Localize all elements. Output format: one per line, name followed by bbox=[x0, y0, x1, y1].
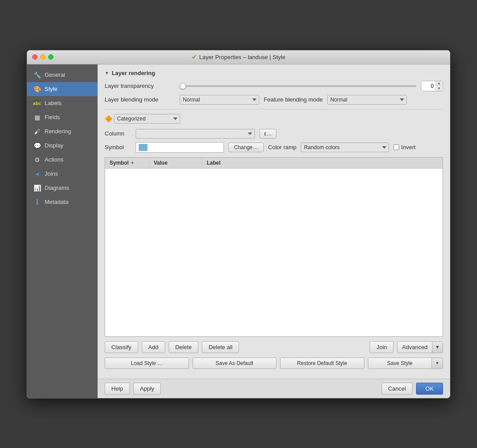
help-button[interactable]: Help bbox=[105, 383, 130, 395]
sidebar-item-style[interactable]: 🎨 Style bbox=[27, 82, 98, 96]
expression-button[interactable]: ε… bbox=[259, 129, 276, 139]
action-buttons: Help Apply Cancel OK bbox=[98, 379, 450, 398]
transparency-spin-up[interactable]: ▲ bbox=[436, 81, 442, 86]
actions-icon: ⚙ bbox=[33, 156, 41, 164]
advanced-button[interactable]: Advanced bbox=[398, 342, 432, 353]
join-button[interactable]: Join bbox=[370, 341, 394, 353]
invert-label: Invert bbox=[401, 144, 416, 151]
change-symbol-button[interactable]: Change… bbox=[228, 143, 264, 152]
maximize-button[interactable] bbox=[48, 54, 53, 60]
color-ramp-label: Color ramp bbox=[268, 144, 296, 151]
fields-icon: ▦ bbox=[33, 113, 41, 121]
action-right: Cancel OK bbox=[382, 383, 443, 395]
symbol-preview bbox=[136, 142, 224, 153]
close-button[interactable] bbox=[32, 54, 38, 60]
layer-blending-select[interactable]: Normal Multiply Screen bbox=[180, 95, 259, 105]
sidebar-item-label: Actions bbox=[45, 156, 64, 163]
general-icon: 🔧 bbox=[33, 71, 41, 79]
symbol-row: Symbol Change… Color ramp Random colors … bbox=[105, 142, 443, 153]
slider-container bbox=[180, 85, 416, 87]
titlebar: ✔ Layer Properties – landuse | Style bbox=[27, 50, 450, 64]
load-style-button[interactable]: Load Style … bbox=[105, 358, 189, 369]
invert-checkbox[interactable] bbox=[394, 144, 399, 150]
sidebar-item-label: Display bbox=[45, 142, 64, 149]
renderer-type-select[interactable]: Categorized Single Symbol Graduated Rule… bbox=[114, 114, 180, 124]
invert-wrap: Invert bbox=[394, 144, 416, 151]
classify-button[interactable]: Classify bbox=[105, 341, 138, 353]
sidebar-item-general[interactable]: 🔧 General bbox=[27, 68, 98, 82]
sidebar-item-rendering[interactable]: 🖌 Rendering bbox=[27, 124, 98, 139]
save-style-dropdown[interactable]: ▼ bbox=[432, 358, 443, 369]
sidebar-item-label: General bbox=[45, 72, 65, 78]
sidebar-item-metadata[interactable]: ℹ Metadata bbox=[27, 195, 98, 209]
window-title: ✔ Layer Properties – landuse | Style bbox=[192, 53, 285, 60]
joins-icon: ◄ bbox=[33, 170, 41, 178]
content-inner: ▼ Layer rendering Layer transparency ▲ ▼ bbox=[98, 64, 450, 379]
column-header-label[interactable]: Label bbox=[202, 158, 443, 168]
section-title: Layer rendering bbox=[112, 70, 155, 76]
transparency-row: Layer transparency ▲ ▼ bbox=[105, 81, 443, 91]
feature-blending-select[interactable]: Normal Multiply Screen bbox=[327, 95, 407, 105]
divider-1 bbox=[105, 109, 443, 109]
categories-table: Symbol ▼ Value Label bbox=[105, 157, 443, 337]
display-icon: 💬 bbox=[33, 142, 41, 150]
table-header: Symbol ▼ Value Label bbox=[105, 158, 443, 169]
column-select[interactable] bbox=[136, 129, 255, 139]
action-left: Help Apply bbox=[105, 383, 161, 395]
main-layout: 🔧 General 🎨 Style abc Labels ▦ Fields 🖌 … bbox=[27, 64, 450, 398]
save-style-button[interactable]: Save Style bbox=[368, 358, 432, 369]
apply-button[interactable]: Apply bbox=[133, 383, 161, 395]
sidebar-item-display[interactable]: 💬 Display bbox=[27, 139, 98, 153]
sidebar-item-label: Diagrams bbox=[45, 184, 69, 191]
feature-blending-label: Feature blending mode bbox=[264, 96, 323, 103]
transparency-slider[interactable] bbox=[180, 85, 416, 87]
transparency-input[interactable] bbox=[421, 81, 435, 91]
column-header-value[interactable]: Value bbox=[149, 158, 202, 168]
diagrams-icon: 📊 bbox=[33, 184, 41, 192]
save-as-default-button[interactable]: Save As Default bbox=[193, 358, 277, 369]
sidebar-item-fields[interactable]: ▦ Fields bbox=[27, 110, 98, 124]
transparency-spin-down[interactable]: ▼ bbox=[436, 86, 442, 91]
style-icon: 🎨 bbox=[33, 85, 41, 93]
transparency-spin: ▲ ▼ bbox=[435, 81, 442, 91]
transparency-number-wrap: ▲ ▼ bbox=[421, 81, 443, 91]
sidebar-item-actions[interactable]: ⚙ Actions bbox=[27, 153, 98, 167]
renderer-row: 🔶 Categorized Single Symbol Graduated Ru… bbox=[105, 114, 443, 124]
sidebar-item-label: Metadata bbox=[45, 199, 68, 205]
section-collapse-icon[interactable]: ▼ bbox=[105, 71, 109, 75]
classify-buttons: Classify Add Delete Delete all Join Adva… bbox=[105, 341, 443, 353]
sidebar-item-labels[interactable]: abc Labels bbox=[27, 96, 98, 110]
advanced-split-button: Advanced ▼ bbox=[397, 341, 443, 353]
traffic-lights bbox=[32, 54, 53, 60]
symbol-label: Symbol bbox=[105, 144, 131, 151]
column-header-symbol[interactable]: Symbol ▼ bbox=[105, 158, 149, 168]
delete-all-button[interactable]: Delete all bbox=[202, 341, 239, 353]
sidebar-item-joins[interactable]: ◄ Joins bbox=[27, 167, 98, 181]
column-label: Column bbox=[105, 130, 131, 137]
sidebar-item-label: Style bbox=[45, 86, 57, 92]
blending-row: Layer blending mode Normal Multiply Scre… bbox=[105, 95, 443, 105]
delete-button[interactable]: Delete bbox=[169, 341, 199, 353]
restore-default-button[interactable]: Restore Default Style bbox=[280, 358, 364, 369]
blending-mode-label: Layer blending mode bbox=[105, 96, 175, 103]
sidebar-item-label: Joins bbox=[45, 170, 58, 177]
style-buttons: Load Style … Save As Default Restore Def… bbox=[105, 358, 443, 369]
table-body bbox=[105, 169, 443, 336]
sidebar-item-label: Labels bbox=[45, 100, 61, 106]
color-ramp-select[interactable]: Random colors Greens Blues bbox=[301, 143, 389, 152]
title-icon: ✔ bbox=[192, 53, 197, 60]
save-style-split: Save Style ▼ bbox=[368, 358, 443, 369]
main-window: ✔ Layer Properties – landuse | Style 🔧 G… bbox=[26, 50, 450, 399]
renderer-select-wrap: 🔶 Categorized Single Symbol Graduated Ru… bbox=[105, 114, 180, 124]
add-button[interactable]: Add bbox=[142, 341, 165, 353]
ok-button[interactable]: OK bbox=[416, 383, 443, 395]
transparency-label: Layer transparency bbox=[105, 83, 175, 89]
sidebar-item-diagrams[interactable]: 📊 Diagrams bbox=[27, 181, 98, 195]
sort-arrow-symbol: ▼ bbox=[130, 161, 134, 165]
column-row: Column ε… bbox=[105, 129, 443, 139]
advanced-dropdown-arrow[interactable]: ▼ bbox=[432, 342, 443, 353]
minimize-button[interactable] bbox=[40, 54, 45, 60]
sidebar-item-label: Fields bbox=[45, 114, 60, 120]
symbol-swatch bbox=[139, 144, 148, 151]
cancel-button[interactable]: Cancel bbox=[382, 383, 413, 395]
